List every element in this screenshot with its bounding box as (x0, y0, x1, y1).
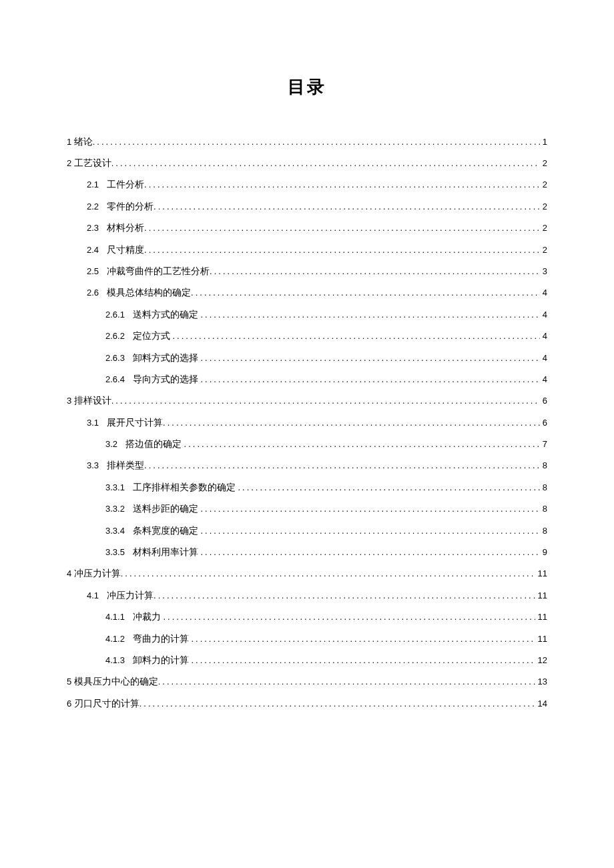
toc-label: 工件分析 (107, 177, 144, 192)
toc-number: 2.6 (87, 286, 99, 300)
toc-entry: 3.3.1工序排样相关参数的确定 8 (105, 480, 547, 495)
toc-number: 3 (67, 394, 71, 408)
toc-leader-dots (111, 157, 540, 171)
toc-leader-dots (200, 502, 539, 516)
toc-number: 2 (67, 157, 71, 171)
toc-leader-dots (144, 244, 540, 258)
toc-number: 3.1 (87, 416, 99, 430)
toc-number: 3.3.1 (105, 481, 125, 495)
toc-entry: 3.3排样类型8 (87, 458, 547, 473)
toc-entry: 2.6.2定位方式 4 (105, 329, 547, 344)
toc-page: 11 (538, 632, 547, 646)
toc-entry: 4 冲压力计算11 (67, 566, 547, 581)
toc-number: 2.6.4 (105, 373, 125, 387)
toc-label: 导向方式的选择 (133, 372, 198, 387)
toc-leader-dots (191, 654, 535, 668)
toc-page: 7 (543, 438, 547, 452)
toc-leader-dots (191, 632, 535, 646)
toc-leader-dots (172, 330, 539, 344)
toc-page: 4 (543, 373, 547, 387)
toc-number: 2.6.2 (105, 330, 125, 344)
toc-entry: 2.4尺寸精度2 (87, 243, 547, 258)
toc-entry: 2.6.1送料方式的确定 4 (105, 308, 547, 322)
toc-page: 11 (538, 589, 547, 603)
toc-label: 卸料力的计算 (133, 653, 189, 668)
toc-leader-dots (184, 438, 540, 452)
toc-label: 冲压力计算 (74, 566, 121, 581)
toc-entry: 4.1.1冲裁力 11 (105, 610, 547, 624)
toc-entry: 1 绪论1 (67, 135, 547, 149)
toc-label: 冲压力计算 (107, 588, 154, 603)
toc-entry: 3.1展开尺寸计算6 (87, 416, 547, 430)
toc-leader-dots (238, 481, 539, 495)
toc-title: 目录 (67, 73, 547, 101)
toc-label: 冲裁力 (133, 610, 161, 624)
toc-page: 2 (543, 157, 547, 171)
toc-label: 模具压力中心的确定 (74, 675, 158, 689)
toc-page: 11 (538, 567, 547, 581)
toc-page: 1 (543, 135, 547, 149)
toc-page: 8 (543, 524, 547, 538)
toc-page: 13 (538, 675, 547, 689)
toc-label: 送料方式的确定 (133, 308, 198, 322)
toc-leader-dots (158, 675, 535, 689)
toc-page: 2 (543, 244, 547, 258)
toc-page: 2 (543, 222, 547, 236)
toc-entry: 4.1.2弯曲力的计算 11 (105, 632, 547, 646)
toc-page: 2 (543, 200, 547, 214)
toc-number: 2.3 (87, 222, 99, 236)
toc-label: 冲裁弯曲件的工艺性分析 (107, 264, 210, 279)
toc-leader-dots (154, 589, 535, 603)
toc-leader-dots (154, 200, 540, 214)
toc-label: 展开尺寸计算 (107, 416, 163, 430)
toc-entry: 6 刃口尺寸的计算14 (67, 697, 547, 711)
toc-page: 11 (538, 610, 547, 624)
toc-page: 14 (538, 697, 547, 711)
toc-entry: 5 模具压力中心的确定13 (67, 675, 547, 689)
toc-entry: 3.2搭边值的确定 7 (105, 437, 547, 452)
toc-number: 6 (67, 697, 71, 711)
toc-number: 4 (67, 567, 71, 581)
toc-label: 排样设计 (74, 394, 111, 408)
toc-number: 5 (67, 675, 71, 689)
toc-leader-dots (93, 135, 540, 149)
toc-leader-dots (144, 459, 540, 473)
toc-page: 12 (538, 654, 547, 668)
toc-page: 4 (543, 286, 547, 300)
toc-page: 8 (543, 502, 547, 516)
toc-label: 材料利用率计算 (133, 545, 198, 560)
toc-page: 3 (543, 265, 547, 279)
toc-entry: 4.1冲压力计算11 (87, 588, 547, 603)
toc-page: 8 (543, 481, 547, 495)
toc-number: 3.2 (105, 438, 117, 452)
toc-number: 2.5 (87, 265, 99, 279)
toc-leader-dots (210, 265, 540, 279)
toc-number: 2.4 (87, 244, 99, 258)
toc-label: 零件的分析 (107, 199, 154, 214)
toc-leader-dots (163, 610, 535, 624)
toc-page: 6 (543, 394, 547, 408)
toc-leader-dots (200, 546, 539, 560)
toc-number: 3.3 (87, 459, 99, 473)
toc-leader-dots (200, 352, 539, 366)
toc-number: 3.3.2 (105, 502, 125, 516)
toc-entry: 2.5冲裁弯曲件的工艺性分析3 (87, 264, 547, 279)
toc-label: 搭边值的确定 (125, 437, 182, 452)
toc-page: 9 (543, 546, 547, 560)
toc-label: 送料步距的确定 (133, 502, 198, 516)
toc-entry: 2 工艺设计2 (67, 156, 547, 171)
toc-number: 4.1.1 (105, 610, 125, 624)
toc-page: 8 (543, 459, 547, 473)
toc-entry: 3 排样设计6 (67, 394, 547, 408)
toc-leader-dots (111, 394, 540, 408)
toc-leader-dots (139, 697, 535, 711)
toc-number: 4.1 (87, 589, 99, 603)
toc-entry: 3.3.4条料宽度的确定 8 (105, 524, 547, 538)
toc-entry: 2.2零件的分析2 (87, 199, 547, 214)
toc-leader-dots (191, 286, 540, 300)
toc-number: 4.1.3 (105, 654, 125, 668)
toc-leader-dots (144, 222, 540, 236)
toc-page: 4 (543, 308, 547, 322)
toc-entry: 3.3.2送料步距的确定 8 (105, 502, 547, 516)
toc-entry: 2.3材料分析2 (87, 221, 547, 236)
